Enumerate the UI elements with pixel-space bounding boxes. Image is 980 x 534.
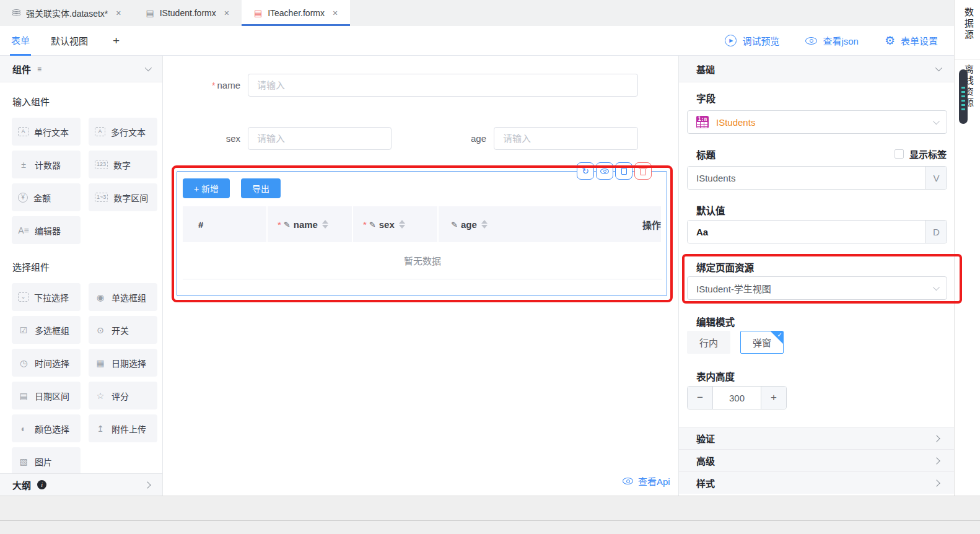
component-item[interactable]: ± 计数器 bbox=[12, 151, 81, 178]
chevron-right-icon[interactable] bbox=[144, 481, 151, 488]
subtable-toolbar: + 新增 导出 bbox=[183, 178, 661, 198]
component-item[interactable]: ¥ 金额 bbox=[12, 183, 81, 211]
bind-resource-label: 绑定页面资源 bbox=[696, 260, 754, 274]
column-header[interactable]: 操作 bbox=[627, 206, 662, 242]
component-item[interactable]: ▧ 图片 bbox=[12, 447, 81, 475]
default-input-group: D bbox=[687, 220, 947, 243]
component-item[interactable]: ⊙ 开关 bbox=[89, 316, 157, 344]
tab-istudent-form[interactable]: IStudent.formx × bbox=[133, 0, 241, 26]
default-button[interactable]: D bbox=[925, 221, 947, 243]
component-item[interactable]: ▦ 日期选择 bbox=[89, 349, 157, 377]
column-header[interactable]: * ✎ sex bbox=[353, 206, 439, 242]
sidebar-header[interactable]: 组件 bbox=[0, 56, 162, 82]
chevron-down-icon bbox=[933, 118, 940, 125]
column-label: 操作 bbox=[642, 218, 661, 231]
trash-icon bbox=[640, 169, 646, 175]
form-settings-button[interactable]: 表单设置 bbox=[885, 34, 938, 47]
sort-icon[interactable] bbox=[399, 220, 405, 229]
tab-default-view[interactable]: 默认视图 bbox=[51, 34, 88, 47]
edit-mode-dialog[interactable]: 弹窗✓ bbox=[740, 331, 784, 354]
title-input[interactable] bbox=[688, 167, 925, 189]
component-item[interactable]: ☑ 多选框组 bbox=[12, 316, 81, 344]
component-item[interactable]: 123 数字 bbox=[89, 151, 157, 178]
checkbox[interactable] bbox=[895, 149, 904, 159]
default-value-input[interactable] bbox=[688, 221, 925, 243]
chevron-down-icon[interactable] bbox=[935, 64, 942, 71]
title-input-group: V bbox=[687, 166, 947, 190]
variable-button[interactable]: V bbox=[925, 167, 947, 189]
empty-placeholder: 暂无数据 bbox=[183, 242, 662, 279]
age-input[interactable] bbox=[494, 127, 638, 150]
column-header[interactable]: * ✎ name bbox=[268, 206, 353, 242]
sort-icon[interactable] bbox=[481, 220, 488, 229]
refresh-icon bbox=[582, 165, 589, 177]
export-button[interactable]: 导出 bbox=[241, 178, 281, 198]
component-item[interactable]: ↥ 附件上传 bbox=[89, 414, 157, 442]
file-tabbar: 强关联实体.datasetx* × IStudent.formx × ITeac… bbox=[0, 0, 954, 26]
name-input[interactable] bbox=[248, 74, 638, 97]
add-row-button[interactable]: + 新增 bbox=[183, 178, 230, 198]
scrollbar-thumb[interactable] bbox=[959, 69, 968, 124]
component-item[interactable]: 1~3 数字区间 bbox=[89, 183, 157, 211]
component-item[interactable]: A 单行文本 bbox=[12, 118, 81, 146]
panel-title: 基础 bbox=[696, 63, 715, 76]
component-item[interactable]: ▤ 日期区间 bbox=[12, 382, 81, 409]
bind-resource-select[interactable]: IStudent-学生视图 bbox=[687, 276, 947, 300]
component-icon: ↥ bbox=[95, 424, 106, 433]
subtable-component[interactable]: + 新增 导出 # * bbox=[177, 171, 667, 296]
divider bbox=[0, 520, 980, 521]
component-label: 计数器 bbox=[35, 159, 61, 171]
outline-bar[interactable]: 大纲 i bbox=[0, 473, 162, 496]
right-dock-strip: 数据源 离线资源 bbox=[954, 0, 980, 496]
column-header[interactable]: # bbox=[183, 206, 268, 242]
section-row[interactable]: 验证 bbox=[679, 427, 954, 449]
component-item[interactable]: ☆ 评分 bbox=[89, 382, 157, 409]
sort-icon[interactable] bbox=[322, 220, 328, 229]
close-icon[interactable]: × bbox=[116, 8, 121, 18]
inspector-header[interactable]: 基础 bbox=[679, 56, 954, 82]
hide-button[interactable] bbox=[596, 162, 613, 180]
increment-button[interactable]: + bbox=[761, 387, 786, 409]
column-header[interactable]: ✎ age bbox=[439, 206, 627, 242]
component-item[interactable]: ⌄ 下拉选择 bbox=[12, 283, 81, 311]
edit-icon: ✎ bbox=[369, 220, 376, 229]
field-select[interactable]: 1:n IStudents bbox=[687, 110, 947, 134]
section-row[interactable]: 高级 bbox=[679, 449, 954, 471]
close-icon[interactable]: × bbox=[333, 8, 338, 18]
add-view-button[interactable]: + bbox=[113, 34, 120, 48]
show-label-option[interactable]: 显示标签 bbox=[895, 147, 947, 160]
view-json-button[interactable]: 查看json bbox=[805, 34, 859, 47]
component-icon: A bbox=[95, 127, 105, 136]
tab-iteacher-form[interactable]: ITeacher.formx × bbox=[242, 0, 350, 26]
view-api-link[interactable]: 查看Api bbox=[623, 475, 670, 488]
table-height-stepper: − 300 + bbox=[687, 386, 787, 409]
component-icon: ⊙ bbox=[95, 326, 106, 335]
debug-preview-button[interactable]: 调试预览 bbox=[725, 34, 779, 47]
component-icon: 1~3 bbox=[95, 193, 108, 202]
component-label: 附件上传 bbox=[112, 422, 146, 435]
gear-icon bbox=[885, 35, 895, 46]
component-label: 图片 bbox=[35, 455, 52, 468]
data-source-dock[interactable]: 数据源 bbox=[962, 7, 975, 41]
info-icon: i bbox=[37, 480, 46, 489]
close-icon[interactable]: × bbox=[224, 8, 229, 18]
edit-mode-inline[interactable]: 行内 bbox=[687, 331, 730, 354]
chevron-down-icon[interactable] bbox=[145, 64, 152, 71]
sex-input[interactable] bbox=[248, 127, 392, 150]
component-item[interactable]: ◉ 单选框组 bbox=[89, 283, 157, 311]
component-item[interactable]: ◷ 时间选择 bbox=[12, 349, 81, 377]
component-item[interactable]: A≡ 编辑器 bbox=[12, 216, 81, 244]
decrement-button[interactable]: − bbox=[688, 387, 713, 409]
swap-field-button[interactable] bbox=[577, 162, 594, 180]
component-icon: ▧ bbox=[18, 457, 29, 466]
component-item[interactable]: A 多行文本 bbox=[89, 118, 157, 146]
tab-dataset-file[interactable]: 强关联实体.datasetx* × bbox=[0, 0, 133, 26]
section-row[interactable]: 样式 bbox=[679, 471, 954, 494]
delete-button[interactable] bbox=[634, 162, 652, 180]
copy-button[interactable] bbox=[615, 162, 632, 180]
edit-icon: ✎ bbox=[284, 220, 291, 229]
component-item[interactable]: ◐ 颜色选择 bbox=[12, 414, 81, 442]
field-row-sex: sex bbox=[163, 127, 392, 150]
input-component-grid: A 单行文本 A 多行文本 ± 计数器 123 bbox=[12, 118, 162, 244]
tab-form-view[interactable]: 表单 bbox=[10, 26, 31, 56]
